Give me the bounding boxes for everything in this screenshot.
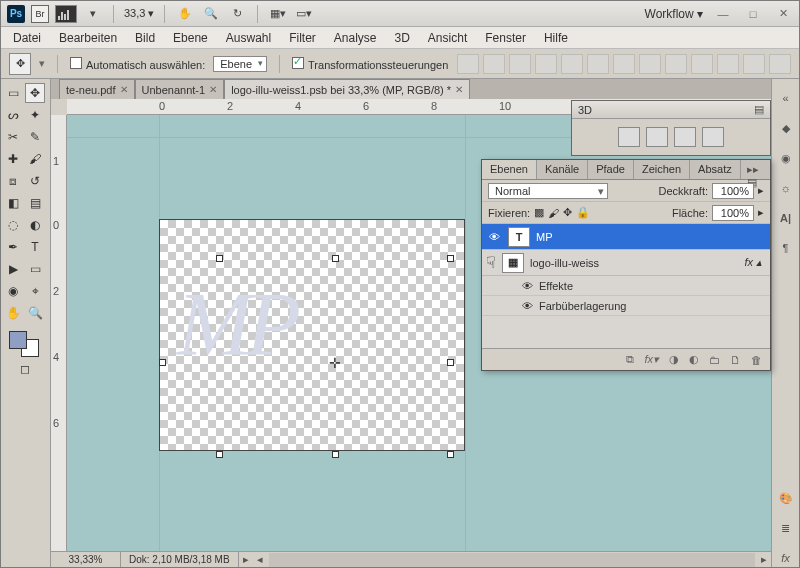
close-button[interactable]: ✕ xyxy=(773,6,793,22)
layer-name[interactable]: logo-illu-weiss xyxy=(530,257,599,269)
layer-mask-icon[interactable]: ◑ xyxy=(669,353,679,366)
auto-align-icon[interactable] xyxy=(769,54,791,74)
chevron-right-icon[interactable]: ▸ xyxy=(239,553,253,566)
clone-stamp-tool-icon[interactable]: ⧈ xyxy=(3,171,23,191)
effects-panel-icon[interactable]: fx xyxy=(776,549,796,567)
menu-datei[interactable]: Datei xyxy=(13,31,41,45)
lock-pixels-icon[interactable]: 🖌 xyxy=(548,207,559,219)
menu-filter[interactable]: Filter xyxy=(289,31,316,45)
bridge-icon[interactable]: Br xyxy=(31,5,49,23)
3d-camera-tool-icon[interactable]: ⌖ xyxy=(25,281,45,301)
expand-dock-icon[interactable]: « xyxy=(776,89,796,107)
layer-name[interactable]: MP xyxy=(536,231,553,243)
distribute-icon[interactable] xyxy=(613,54,635,74)
visibility-toggle-icon[interactable]: 👁 xyxy=(486,229,502,245)
horizontal-scrollbar[interactable] xyxy=(269,553,755,567)
mini-bridge-icon[interactable] xyxy=(55,5,77,23)
dropdown-icon[interactable]: ▾ xyxy=(39,57,45,70)
auto-select-target[interactable]: Ebene xyxy=(213,56,267,72)
dodge-tool-icon[interactable]: ◐ xyxy=(25,215,45,235)
hand-tool-icon[interactable]: ✋ xyxy=(3,303,23,323)
visibility-toggle-icon[interactable]: 👁 xyxy=(522,280,533,292)
menu-ansicht[interactable]: Ansicht xyxy=(428,31,467,45)
align-right-icon[interactable] xyxy=(587,54,609,74)
menu-bild[interactable]: Bild xyxy=(135,31,155,45)
photoshop-icon[interactable]: Ps xyxy=(7,5,25,23)
document-tab[interactable]: Unbenannt-1✕ xyxy=(135,79,225,99)
menu-hilfe[interactable]: Hilfe xyxy=(544,31,568,45)
document-size[interactable]: Dok: 2,10 MB/3,18 MB xyxy=(121,552,239,567)
3d-mesh-icon[interactable] xyxy=(646,127,668,147)
swatches-panel-icon[interactable]: ◆ xyxy=(776,119,796,137)
lock-all-icon[interactable]: 🔒 xyxy=(576,206,590,219)
transform-bounding-box[interactable] xyxy=(159,219,465,451)
color-swatches[interactable] xyxy=(9,331,39,357)
lock-position-icon[interactable]: ✥ xyxy=(563,206,572,219)
brush-tool-icon[interactable]: 🖌 xyxy=(25,149,45,169)
layer-row[interactable]: ☟ ▦ logo-illu-weiss fx ▴ xyxy=(482,250,770,276)
styles-panel-icon[interactable]: ◉ xyxy=(776,149,796,167)
adjustments-panel-icon[interactable]: ☼ xyxy=(776,179,796,197)
distribute-icon[interactable] xyxy=(717,54,739,74)
distribute-icon[interactable] xyxy=(665,54,687,74)
scroll-right-icon[interactable]: ▸ xyxy=(757,553,771,566)
tab-scroll-icon[interactable]: ▸▸ xyxy=(747,163,759,175)
close-icon[interactable]: ✕ xyxy=(209,84,217,95)
menu-auswahl[interactable]: Auswahl xyxy=(226,31,271,45)
menu-fenster[interactable]: Fenster xyxy=(485,31,526,45)
document-tab-active[interactable]: logo-illu-weiss1.psb bei 33,3% (MP, RGB/… xyxy=(224,79,470,99)
color-panel-icon[interactable]: 🎨 xyxy=(776,489,796,507)
arrange-documents-icon[interactable]: ▦▾ xyxy=(268,4,288,24)
character-panel-icon[interactable]: A| xyxy=(776,209,796,227)
3d-scene-icon[interactable] xyxy=(618,127,640,147)
chevron-right-icon[interactable]: ▸ xyxy=(758,184,764,197)
layer-effects-row[interactable]: 👁 Effekte xyxy=(482,276,770,296)
align-hcenter-icon[interactable] xyxy=(561,54,583,74)
rotate-view-icon[interactable]: ↻ xyxy=(227,4,247,24)
quick-mask-icon[interactable]: ◻ xyxy=(15,359,35,379)
transform-center-icon[interactable]: ✛ xyxy=(329,355,341,371)
chevron-right-icon[interactable]: ▸ xyxy=(758,206,764,219)
layer-fx-icon[interactable]: fx ▴ xyxy=(744,256,762,269)
adjustment-layer-icon[interactable]: ◐ xyxy=(689,353,699,366)
layer-effect-item[interactable]: 👁 Farbüberlagerung xyxy=(482,296,770,316)
3d-material-icon[interactable] xyxy=(674,127,696,147)
layer-style-icon[interactable]: fx▾ xyxy=(644,353,659,366)
zoom-field[interactable]: 33,33% xyxy=(51,552,121,567)
healing-brush-tool-icon[interactable]: ✚ xyxy=(3,149,23,169)
shape-tool-icon[interactable]: ▭ xyxy=(25,259,45,279)
link-layers-icon[interactable]: ⧉ xyxy=(626,353,634,366)
tab-zeichen[interactable]: Zeichen xyxy=(634,160,690,179)
blend-mode-select[interactable]: Normal xyxy=(488,183,608,199)
scroll-left-icon[interactable]: ◂ xyxy=(253,553,267,566)
type-layer-thumb-icon[interactable]: T xyxy=(508,227,530,247)
auto-select-checkbox[interactable]: Automatisch auswählen: xyxy=(70,57,205,71)
paragraph-panel-icon[interactable]: ¶ xyxy=(776,239,796,257)
align-bottom-icon[interactable] xyxy=(509,54,531,74)
close-icon[interactable]: ✕ xyxy=(455,84,463,95)
zoom-level[interactable]: 33,3 ▾ xyxy=(124,7,154,20)
align-top-icon[interactable] xyxy=(457,54,479,74)
path-selection-tool-icon[interactable]: ▶ xyxy=(3,259,23,279)
3d-tool-icon[interactable]: ◉ xyxy=(3,281,23,301)
distribute-icon[interactable] xyxy=(639,54,661,74)
document-tab[interactable]: te-neu.pdf✕ xyxy=(59,79,135,99)
3d-panel[interactable]: 3D▤ xyxy=(571,100,771,156)
minimize-button[interactable]: — xyxy=(713,6,733,22)
distribute-icon[interactable] xyxy=(743,54,765,74)
marquee-tool-icon[interactable]: ▭ xyxy=(3,83,23,103)
crop-tool-icon[interactable]: ✂ xyxy=(3,127,23,147)
eyedropper-tool-icon[interactable]: ✎ xyxy=(25,127,45,147)
eraser-tool-icon[interactable]: ◧ xyxy=(3,193,23,213)
gradient-tool-icon[interactable]: ▤ xyxy=(25,193,45,213)
layer-row[interactable]: 👁 T MP xyxy=(482,224,770,250)
3d-light-icon[interactable] xyxy=(702,127,724,147)
hand-tool-icon[interactable]: ✋ xyxy=(175,4,195,24)
tab-pfade[interactable]: Pfade xyxy=(588,160,634,179)
visibility-toggle-icon[interactable]: 👁 xyxy=(522,300,533,312)
distribute-icon[interactable] xyxy=(691,54,713,74)
lock-transparency-icon[interactable]: ▩ xyxy=(534,206,544,219)
layers-panel-icon[interactable]: ≣ xyxy=(776,519,796,537)
lasso-tool-icon[interactable]: ᔕ xyxy=(3,105,23,125)
tab-kanaele[interactable]: Kanäle xyxy=(537,160,588,179)
